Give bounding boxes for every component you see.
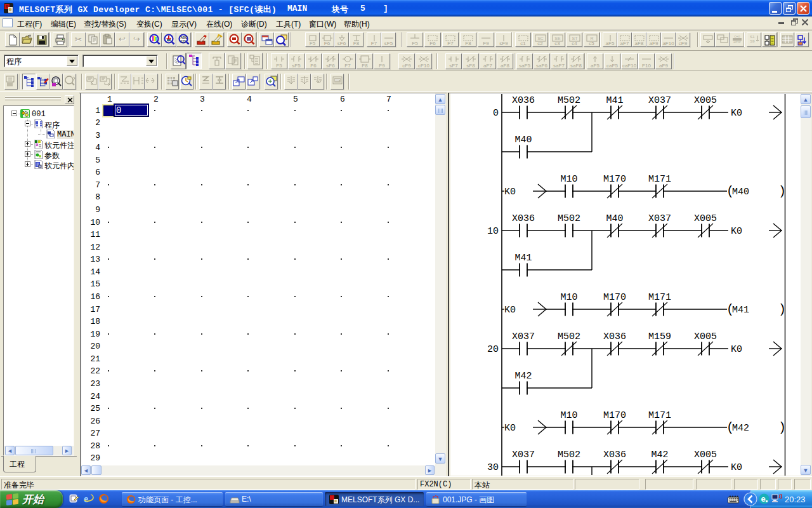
svg-text:20: 20 [487,344,499,355]
svg-text:30: 30 [487,462,499,473]
svg-text:M502: M502 [558,331,580,342]
svg-text:X005: X005 [694,95,717,106]
svg-text:error: error [733,40,741,44]
svg-text:X036: X036 [512,213,535,224]
svg-text:M40: M40 [732,187,749,197]
svg-text:M40: M40 [514,135,532,145]
svg-text:M170: M170 [603,292,626,303]
svg-text:X037: X037 [512,331,535,342]
svg-text:): ) [778,302,786,317]
svg-text:e: e [84,493,88,504]
svg-text:M171: M171 [648,292,671,303]
svg-text:M10: M10 [560,174,577,185]
svg-text:M10: M10 [560,292,577,303]
svg-text:123: 123 [181,39,187,43]
svg-text:K0: K0 [731,344,742,355]
svg-text:X005: X005 [694,450,717,460]
svg-text:M502: M502 [558,450,580,460]
svg-text:K0: K0 [504,187,516,197]
svg-text:0: 0 [493,108,499,119]
svg-text:M502: M502 [558,213,580,224]
svg-text:M40: M40 [606,213,623,224]
svg-text:M159: M159 [648,331,671,342]
svg-text:M42: M42 [651,450,668,460]
svg-text:X005: X005 [694,213,717,224]
svg-text:X037: X037 [648,95,671,106]
svg-text:X005: X005 [694,331,717,342]
svg-text:K0: K0 [731,108,742,119]
svg-text:): ) [778,420,786,435]
svg-text:K0: K0 [731,462,742,473]
svg-text:X037: X037 [648,213,671,224]
svg-text:SE: SE [554,36,561,41]
svg-text:SC: SC [537,36,544,41]
svg-text:M42: M42 [514,371,532,382]
svg-text:K0: K0 [731,226,742,237]
svg-text:M502: M502 [558,95,580,106]
svg-text:M42: M42 [732,423,749,434]
svg-text:M41: M41 [606,95,623,106]
svg-text:X036: X036 [603,450,626,460]
svg-text:e: e [761,494,766,504]
svg-text:R: R [590,36,593,41]
svg-text:M170: M170 [603,174,626,185]
svg-text:ST: ST [572,36,578,41]
svg-text:K0: K0 [504,423,516,434]
svg-text:c+o: c+o [734,34,740,38]
svg-text:M170: M170 [603,410,626,421]
svg-text:K0: K0 [504,305,516,316]
svg-text:M41: M41 [514,253,532,264]
svg-text:S1: S1 [750,35,755,39]
svg-text:X036: X036 [512,95,535,106]
svg-text:): ) [778,184,786,199]
svg-text:M171: M171 [648,410,671,421]
svg-text:S9: S9 [750,39,755,43]
svg-text:10: 10 [487,226,499,237]
svg-text:M10: M10 [560,410,577,421]
svg-text:M41: M41 [732,305,749,316]
svg-text:M171: M171 [648,174,671,185]
svg-text:X037: X037 [512,450,535,460]
svg-text:X036: X036 [603,331,626,342]
